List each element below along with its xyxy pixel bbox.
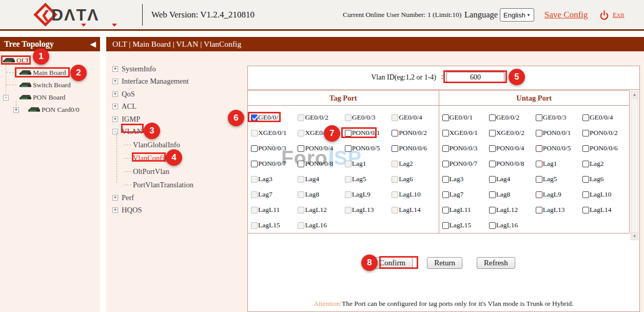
- port-option-pon0-0-8[interactable]: PON0/0/8: [298, 156, 344, 171]
- checkbox[interactable]: [392, 114, 398, 121]
- port-option-lag2[interactable]: Lag2: [582, 156, 629, 171]
- port-option-pon0-0-5[interactable]: PON0/0/5: [345, 141, 392, 156]
- port-option-lagl14[interactable]: LagL14: [582, 202, 629, 218]
- save-config-link[interactable]: Save Config: [544, 0, 588, 29]
- checkbox[interactable]: [298, 176, 304, 183]
- table-scrollbar[interactable]: ▲ ▼: [631, 91, 638, 240]
- port-option-lag6[interactable]: Lag6: [582, 171, 629, 187]
- menu-item-vlanglobalinfo[interactable]: VlanGlobalInfo: [112, 138, 241, 151]
- port-option-lagl10[interactable]: LagL10: [392, 187, 438, 202]
- checkbox[interactable]: [298, 130, 304, 136]
- checkbox[interactable]: [489, 207, 496, 213]
- checkbox[interactable]: [298, 161, 304, 167]
- menu-item-portvlantranslation[interactable]: PortVlanTranslation: [112, 178, 241, 191]
- tree-node-pon-card0-0[interactable]: +PON Card0/0: [0, 104, 100, 116]
- port-option-xge0-0-2[interactable]: XGE0/0/2: [298, 125, 344, 141]
- port-option-xge0-0-2[interactable]: XGE0/0/2: [489, 125, 536, 141]
- plus-expander-icon[interactable]: +: [112, 66, 118, 72]
- port-option-lag1[interactable]: Lag1: [536, 156, 582, 171]
- menu-item-vlanconfig[interactable]: VlanConfig: [112, 151, 241, 165]
- checkbox[interactable]: [582, 114, 589, 121]
- checkbox[interactable]: [392, 191, 398, 198]
- refresh-button[interactable]: Refresh: [477, 257, 515, 269]
- checkbox[interactable]: [536, 145, 542, 152]
- checkbox[interactable]: [442, 145, 449, 152]
- port-option-lag7[interactable]: Lag7: [251, 187, 298, 202]
- port-option-pon0-0-1[interactable]: PON0/0/1: [536, 125, 582, 141]
- checkbox[interactable]: [442, 207, 449, 213]
- checkbox[interactable]: [489, 145, 496, 152]
- checkbox[interactable]: [536, 161, 542, 167]
- checkbox[interactable]: [442, 191, 449, 198]
- checkbox[interactable]: [251, 145, 258, 152]
- tree-node-switch-board[interactable]: Switch Board: [0, 79, 100, 91]
- port-option-lagl10[interactable]: LagL10: [582, 187, 629, 202]
- plus-expander-icon[interactable]: +: [112, 116, 118, 122]
- port-option-lagl11[interactable]: LagL11: [442, 202, 489, 218]
- checkbox[interactable]: [582, 191, 589, 198]
- port-option-lagl15[interactable]: LagL15: [251, 218, 298, 233]
- port-option-pon0-0-7[interactable]: PON0/0/7: [442, 156, 489, 171]
- checkbox[interactable]: [582, 145, 589, 152]
- tree-node-pon-board[interactable]: -PON Board: [0, 91, 100, 104]
- checkbox[interactable]: [582, 130, 589, 136]
- port-option-lagl13[interactable]: LagL13: [345, 202, 392, 218]
- checkbox[interactable]: [251, 191, 258, 198]
- checkbox[interactable]: [251, 161, 258, 167]
- port-option-pon0-0-8[interactable]: PON0/0/8: [489, 156, 536, 171]
- checkbox[interactable]: [442, 130, 449, 136]
- checkbox[interactable]: [392, 130, 398, 136]
- port-option-lagl11[interactable]: LagL11: [251, 202, 298, 218]
- port-option-lag5[interactable]: Lag5: [345, 171, 392, 187]
- port-option-xge0-0-1[interactable]: XGE0/0/1: [442, 125, 489, 141]
- language-select[interactable]: English ▼: [500, 8, 534, 22]
- port-option-ge0-0-1[interactable]: GE0/0/1: [251, 110, 298, 125]
- checkbox[interactable]: [345, 176, 352, 183]
- checkbox[interactable]: [536, 191, 542, 198]
- checkbox[interactable]: [536, 176, 542, 183]
- menu-item-oltportvlan[interactable]: OltPortVlan: [112, 165, 241, 178]
- checkbox[interactable]: [251, 114, 258, 121]
- collapse-sidebar-icon[interactable]: ◀: [90, 40, 96, 49]
- menu-item-vlan[interactable]: -VLAN: [112, 126, 241, 139]
- port-option-pon0-0-6[interactable]: PON0/0/6: [582, 141, 629, 156]
- port-option-lag6[interactable]: Lag6: [392, 171, 438, 187]
- return-button[interactable]: Return: [427, 257, 462, 269]
- menu-item-hqos[interactable]: +HQOS: [112, 204, 241, 217]
- port-option-ge0-0-2[interactable]: GE0/0/2: [298, 110, 344, 125]
- checkbox[interactable]: [298, 145, 304, 152]
- port-option-lag2[interactable]: Lag2: [392, 156, 438, 171]
- exit-link[interactable]: Exit: [613, 0, 625, 29]
- plus-expander-icon[interactable]: +: [112, 79, 118, 84]
- checkbox[interactable]: [345, 114, 352, 121]
- checkbox[interactable]: [582, 176, 589, 183]
- checkbox[interactable]: [392, 207, 398, 213]
- checkbox[interactable]: [582, 207, 589, 213]
- plus-expander-icon[interactable]: +: [112, 91, 118, 97]
- menu-item-igmp[interactable]: +IGMP: [112, 113, 241, 126]
- scroll-up-icon[interactable]: ▲: [631, 91, 638, 99]
- menu-item-interface-management[interactable]: +Interface Management: [112, 75, 241, 88]
- port-option-ge0-0-3[interactable]: GE0/0/3: [536, 110, 582, 125]
- minus-expander-icon[interactable]: -: [112, 129, 118, 134]
- plus-expander-icon[interactable]: +: [112, 195, 118, 201]
- port-option-lag8[interactable]: Lag8: [489, 187, 536, 202]
- port-option-lagl9[interactable]: LagL9: [536, 187, 582, 202]
- port-option-pon0-0-2[interactable]: PON0/0/2: [392, 125, 438, 141]
- port-option-lagl15[interactable]: LagL15: [442, 218, 489, 233]
- checkbox[interactable]: [442, 222, 449, 229]
- port-option-ge0-0-4[interactable]: GE0/0/4: [582, 110, 629, 125]
- port-option-lag4[interactable]: Lag4: [489, 171, 536, 187]
- power-icon[interactable]: [599, 10, 609, 20]
- port-option-ge0-0-3[interactable]: GE0/0/3: [345, 110, 392, 125]
- checkbox[interactable]: [298, 207, 304, 213]
- port-option-pon0-0-1[interactable]: PON0/0/1: [345, 125, 392, 141]
- port-option-pon0-0-4[interactable]: PON0/0/4: [489, 141, 536, 156]
- checkbox[interactable]: [392, 161, 398, 167]
- checkbox[interactable]: [489, 191, 496, 198]
- tree-node-olt[interactable]: OLT: [0, 54, 100, 67]
- checkbox[interactable]: [251, 207, 258, 213]
- checkbox[interactable]: [251, 222, 258, 229]
- checkbox[interactable]: [345, 191, 352, 198]
- port-option-lag5[interactable]: Lag5: [536, 171, 582, 187]
